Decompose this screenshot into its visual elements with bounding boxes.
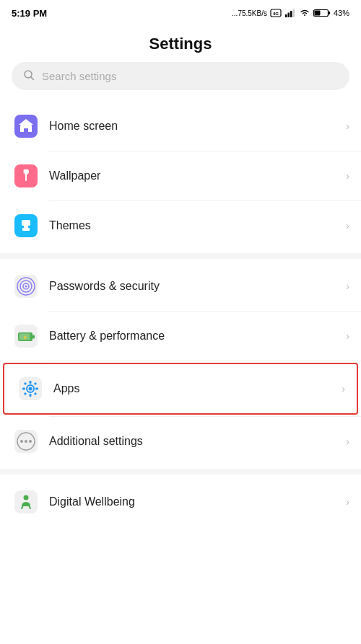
additional-icon xyxy=(12,427,40,456)
additional-chevron: › xyxy=(346,436,349,447)
settings-item-battery[interactable]: ⚡ Battery & performance › xyxy=(0,312,361,361)
settings-item-apps[interactable]: Apps › xyxy=(3,363,358,415)
themes-icon xyxy=(12,211,40,240)
themes-label: Themes xyxy=(49,219,346,232)
svg-rect-16 xyxy=(24,226,28,228)
search-placeholder: Search settings xyxy=(42,70,116,82)
wellbeing-section: Digital Wellbeing › xyxy=(0,477,361,526)
svg-line-10 xyxy=(31,77,34,80)
themes-chevron: › xyxy=(346,220,349,231)
passwords-chevron: › xyxy=(346,281,349,292)
wallpaper-label: Wallpaper xyxy=(49,169,346,182)
home-screen-chevron: › xyxy=(346,120,349,132)
svg-point-22 xyxy=(25,286,27,288)
additional-label: Additional settings xyxy=(49,435,346,448)
svg-rect-8 xyxy=(314,11,320,16)
page-title: Settings xyxy=(0,23,361,62)
network-speed: ...75.5KB/s xyxy=(232,9,267,17)
section-divider-2 xyxy=(0,469,361,475)
search-icon xyxy=(23,69,35,83)
status-icons: ...75.5KB/s 4G 43% xyxy=(232,9,349,17)
svg-rect-17 xyxy=(22,228,30,231)
battery-label: Battery & performance xyxy=(49,330,346,343)
passwords-icon xyxy=(12,272,40,301)
settings-item-home-screen[interactable]: Home screen › xyxy=(0,102,361,151)
svg-rect-4 xyxy=(290,11,292,17)
battery-percent: 43% xyxy=(334,9,349,17)
svg-point-41 xyxy=(20,440,23,443)
wallpaper-icon xyxy=(12,162,40,190)
settings-item-wallpaper[interactable]: Wallpaper › xyxy=(0,151,361,200)
svg-point-42 xyxy=(25,440,27,443)
svg-point-45 xyxy=(24,495,29,500)
svg-rect-2 xyxy=(285,14,287,17)
battery-chevron: › xyxy=(346,330,349,342)
settings-item-themes[interactable]: Themes › xyxy=(0,201,361,250)
svg-rect-7 xyxy=(328,12,330,14)
svg-rect-33 xyxy=(22,388,25,390)
separator xyxy=(49,361,361,361)
home-screen-label: Home screen xyxy=(49,120,346,133)
personalization-section: Home screen › Wallpaper › xyxy=(0,102,361,250)
search-bar[interactable]: Search settings xyxy=(12,62,349,90)
section-divider-1 xyxy=(0,253,361,259)
battery-icon: ⚡ xyxy=(12,322,40,350)
digital-wellbeing-icon xyxy=(12,488,40,516)
svg-text:⚡: ⚡ xyxy=(22,335,28,340)
settings-item-digital-wellbeing[interactable]: Digital Wellbeing › xyxy=(0,477,361,526)
passwords-label: Passwords & security xyxy=(49,280,346,293)
svg-rect-31 xyxy=(30,381,32,384)
svg-text:4G: 4G xyxy=(273,12,279,16)
settings-item-additional[interactable]: Additional settings › xyxy=(0,417,361,466)
svg-rect-15 xyxy=(22,220,30,226)
svg-rect-3 xyxy=(287,13,290,18)
system-section: Passwords & security › ⚡ Battery & perfo… xyxy=(0,262,361,466)
digital-wellbeing-label: Digital Wellbeing xyxy=(49,495,346,508)
wallpaper-chevron: › xyxy=(346,170,349,182)
svg-rect-32 xyxy=(30,394,32,397)
signal-icon xyxy=(284,9,296,17)
search-container: Search settings xyxy=(0,62,361,102)
svg-rect-25 xyxy=(32,335,35,339)
apps-icon xyxy=(16,374,45,403)
home-screen-icon xyxy=(12,112,40,141)
battery-status-icon xyxy=(313,9,331,17)
apps-label: Apps xyxy=(53,382,342,395)
svg-rect-5 xyxy=(292,9,295,18)
status-time: 5:19 PM xyxy=(12,8,47,19)
svg-rect-34 xyxy=(35,388,38,390)
apps-chevron: › xyxy=(342,383,345,394)
digital-wellbeing-chevron: › xyxy=(346,496,349,508)
svg-point-30 xyxy=(29,387,32,391)
status-bar: 5:19 PM ...75.5KB/s 4G 43% xyxy=(0,0,361,23)
wifi-icon xyxy=(299,9,310,17)
svg-point-43 xyxy=(29,440,32,443)
settings-item-passwords[interactable]: Passwords & security › xyxy=(0,262,361,311)
sim-icon: 4G xyxy=(270,9,282,17)
